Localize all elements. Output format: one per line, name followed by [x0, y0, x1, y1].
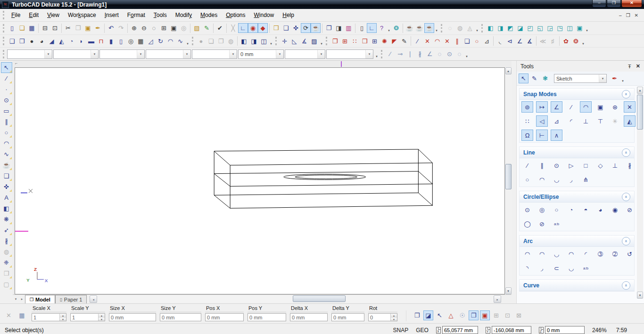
- circle-collapse-button[interactable]: «: [622, 193, 630, 201]
- panel-scroll-thumb[interactable]: [637, 95, 643, 130]
- select-by-rect-icon[interactable]: ◌: [445, 23, 455, 33]
- geo-status-toggle[interactable]: GEO: [416, 327, 429, 334]
- rot-field[interactable]: 0▲▼: [368, 313, 397, 321]
- toolbar-flyout-chevron[interactable]: ▾: [581, 36, 586, 47]
- extrude-profile-icon[interactable]: ⊓: [96, 36, 106, 46]
- arc-1-3-2-icon[interactable]: ➁: [609, 248, 621, 260]
- frame-edit-icon[interactable]: ▣: [480, 310, 490, 320]
- copy-properties-icon[interactable]: ❐: [412, 310, 422, 320]
- orbit-tool-icon[interactable]: ❂: [571, 36, 581, 46]
- spell-check-icon[interactable]: ✔: [215, 23, 225, 33]
- calculator-palette-icon[interactable]: ▦: [17, 310, 27, 320]
- hatch-sphere-icon[interactable]: ◍: [226, 36, 236, 46]
- delete-node-icon[interactable]: ✕: [422, 36, 432, 46]
- box-3d-icon[interactable]: ❑: [7, 36, 17, 46]
- line-perpendicular-icon[interactable]: ⊥: [609, 160, 621, 171]
- ortho-mode-icon[interactable]: ∟: [238, 23, 248, 33]
- hatch-pattern-icon[interactable]: ▨: [309, 36, 319, 46]
- new-file-icon[interactable]: ▯: [7, 23, 17, 33]
- line-collapse-button[interactable]: «: [622, 148, 630, 157]
- local-frame-icon[interactable]: ❐: [469, 310, 479, 320]
- hatch-lines-icon[interactable]: ∥: [452, 36, 462, 46]
- arc-collapse-button[interactable]: «: [622, 237, 630, 245]
- slab-3d-icon[interactable]: ▬: [86, 36, 96, 46]
- bool-intersect-icon[interactable]: ◫: [259, 36, 269, 46]
- fill-tool-icon[interactable]: ◧: [1, 203, 12, 214]
- line-style-select[interactable]: ▾: [99, 49, 145, 59]
- aspect-lock-icon[interactable]: ◪: [423, 310, 433, 320]
- wedge-3d-icon[interactable]: ◢: [47, 36, 57, 46]
- close-button[interactable]: ✕: [621, 0, 642, 8]
- chamfer-icon[interactable]: ⊲: [505, 36, 515, 46]
- layer-select[interactable]: ▾: [7, 49, 52, 59]
- close-inspector-icon[interactable]: ✕: [4, 310, 14, 320]
- snap-ortho-icon[interactable]: ⊢: [536, 130, 548, 141]
- menu-insert[interactable]: Insert: [100, 10, 123, 20]
- lamp-lighting-icon[interactable]: ◬: [465, 23, 475, 33]
- line-tool-icon[interactable]: ∕: [1, 73, 12, 84]
- panel-select-tool-icon[interactable]: ↖: [519, 73, 528, 83]
- snap-center-icon[interactable]: ⊛: [609, 101, 621, 113]
- curve-collapse-button[interactable]: «: [622, 281, 630, 290]
- ellipse-fixed-ratio-icon[interactable]: a:b: [551, 218, 562, 229]
- pin-icon[interactable]: Ŧ: [628, 64, 631, 69]
- line-tangent-to-arc-icon[interactable]: ○: [521, 174, 533, 185]
- render-wireframe-icon[interactable]: ☕: [405, 23, 414, 33]
- minimize-button[interactable]: –: [592, 0, 606, 8]
- zoom-out-icon[interactable]: ⊖: [139, 23, 149, 33]
- bool-subtract-icon[interactable]: ◨: [249, 36, 259, 46]
- line-tangent-two-arcs-icon[interactable]: ◡: [551, 174, 562, 185]
- angle-node-icon[interactable]: ∠: [515, 36, 525, 46]
- ellipse-icon[interactable]: ◯: [521, 218, 533, 229]
- tab-paper1[interactable]: ▯ Paper 1: [55, 295, 87, 303]
- menu-modes[interactable]: Modes: [196, 10, 222, 20]
- menu-help[interactable]: Help: [278, 10, 298, 20]
- array-copy-icon[interactable]: ❐: [330, 36, 340, 46]
- snap-arc-center-icon[interactable]: ◠: [580, 101, 592, 113]
- arc-elliptical-rotated-icon[interactable]: ◡: [565, 262, 577, 274]
- restore-button[interactable]: ❐: [607, 0, 621, 8]
- hscroll-thumb[interactable]: [293, 295, 346, 302]
- arc-fixed-ratio-icon[interactable]: a:b: [580, 262, 592, 274]
- ellipse-mode-icon[interactable]: ⊙: [445, 49, 454, 59]
- print-icon[interactable]: ⊟: [40, 23, 50, 33]
- sketch-pen-icon[interactable]: ✎: [399, 36, 409, 46]
- zoom-full-view-icon[interactable]: ▣: [169, 23, 179, 33]
- bool-union-icon[interactable]: ◧: [239, 36, 249, 46]
- view-iso-nw-icon[interactable]: ▣: [575, 23, 585, 33]
- help-book-icon[interactable]: ?: [377, 23, 387, 33]
- arc-center-radius-icon[interactable]: ◠: [521, 248, 533, 260]
- paint-bucket-icon[interactable]: ✒: [610, 73, 619, 83]
- fillet-icon[interactable]: ◟: [495, 36, 505, 46]
- select-tool-icon[interactable]: ↖: [1, 62, 12, 73]
- grid-origin-icon[interactable]: ⊡: [503, 310, 512, 320]
- drawing-canvas[interactable]: ZYX: [15, 67, 505, 294]
- align-center-icon[interactable]: ♯: [548, 36, 558, 46]
- snap-vertex-icon[interactable]: ∠: [551, 101, 562, 113]
- color-select[interactable]: ▾: [53, 49, 99, 59]
- line-perpendicular-to-arc-icon[interactable]: ◞: [565, 174, 577, 185]
- open-file-icon[interactable]: ❏: [17, 23, 27, 33]
- scroll-up-button[interactable]: ▲: [505, 67, 512, 74]
- circle-two-point-icon[interactable]: ◔: [565, 204, 577, 215]
- mdi-close-icon[interactable]: ✕: [635, 13, 638, 18]
- panel-scrollbar[interactable]: ▲ ▼: [637, 87, 643, 299]
- circle-tangent-point-icon[interactable]: ◓: [580, 204, 592, 215]
- array-radial-icon[interactable]: ✺: [380, 36, 389, 46]
- circle-edit-icon[interactable]: ○: [472, 36, 482, 46]
- circle-tangent-arcs-icon[interactable]: ◉: [609, 204, 621, 215]
- circle-tangent-line-icon[interactable]: ⊘: [624, 204, 636, 215]
- align-chevrons-icon[interactable]: ≪: [538, 36, 548, 46]
- snap-plane-icon[interactable]: ⊿: [551, 115, 562, 127]
- grid-size-icon[interactable]: ⊞: [491, 310, 501, 320]
- offset-mode-icon[interactable]: ⊸: [395, 49, 405, 59]
- workspace-folder-icon[interactable]: ❒: [271, 23, 281, 33]
- snap-status-toggle[interactable]: SNAP: [393, 327, 409, 334]
- snap-toggle-icon[interactable]: ╳: [228, 23, 238, 33]
- toolbar-flyout-chevron[interactable]: ▾: [620, 73, 625, 84]
- menu-format[interactable]: Format: [123, 10, 149, 20]
- snap-circle-tool-icon[interactable]: ❋: [1, 214, 12, 225]
- arc-rotated-icon[interactable]: ↺: [624, 248, 636, 260]
- snap-aperture-icon[interactable]: ⊚: [521, 101, 533, 113]
- array-grid-2-icon[interactable]: ⊞: [370, 36, 380, 46]
